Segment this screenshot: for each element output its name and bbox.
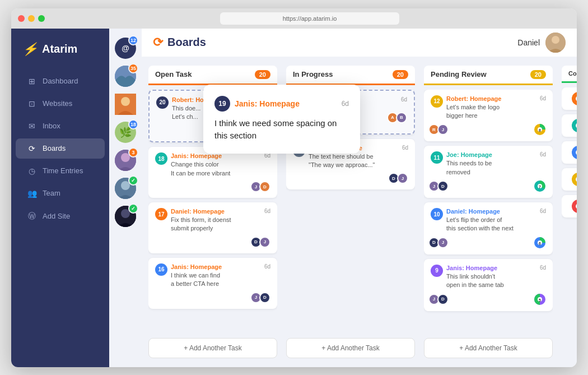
dot-yellow[interactable]	[28, 15, 35, 22]
sidebar-item-team[interactable]: 👥 Team	[16, 183, 105, 203]
table-row[interactable]: 16 Janis: Homepage I think we can finda …	[148, 258, 277, 309]
column-count: 20	[530, 70, 546, 79]
table-row[interactable]: 4	[562, 195, 577, 217]
avatar: D	[259, 181, 270, 192]
task-time: 6d	[540, 95, 546, 101]
table-row[interactable]: 5	[562, 168, 577, 191]
add-task-button-review[interactable]: + Add Another Task	[424, 338, 553, 358]
boards-icon: ⟳	[27, 144, 37, 153]
pie-chart-icon: 7	[571, 118, 577, 133]
browser-dots	[18, 15, 45, 22]
dot-red[interactable]	[18, 15, 25, 22]
task-number: 11	[431, 151, 443, 164]
avatar-item-4[interactable]: 🌿 18	[115, 122, 136, 143]
avatar-item-5[interactable]: 3	[115, 150, 136, 171]
url-bar[interactable]: https://app.atarim.io	[220, 12, 399, 25]
boards-nav-icon: ⟳	[153, 35, 163, 50]
table-row[interactable]: 7	[562, 114, 577, 137]
sidebar-item-add-site[interactable]: Ⓦ Add Site	[16, 206, 105, 227]
popup-time: 6d	[342, 100, 349, 108]
task-avatars: A B	[389, 112, 407, 123]
avatar-item-2[interactable]: 35	[115, 66, 136, 87]
task-number: 20	[156, 96, 169, 109]
dot-green[interactable]	[38, 15, 45, 22]
column-review: Pending Review 20 12 Robert: Ho	[424, 66, 553, 358]
task-number: 12	[431, 95, 443, 108]
avatar-badge: 3	[128, 147, 138, 158]
avatar-badge-check: ✓	[128, 175, 138, 186]
svg-point-11	[552, 36, 559, 44]
column-title: Comple	[568, 70, 577, 77]
task-author: Daniel: Homepage	[171, 208, 231, 215]
sidebar-item-inbox[interactable]: ✉ Inbox	[16, 116, 105, 136]
svg-text:7: 7	[539, 185, 541, 189]
avatar: D	[437, 180, 449, 192]
column-complete: Comple 8	[562, 66, 577, 358]
avatar: J	[437, 124, 449, 135]
svg-text:5: 5	[539, 298, 541, 302]
avatar-column: @ 12 35 🌿 18	[109, 29, 142, 367]
sidebar-item-boards[interactable]: ⟳ Boards	[16, 138, 105, 159]
add-site-icon: Ⓦ	[27, 211, 37, 221]
inbox-icon: ✉	[27, 122, 37, 131]
avatar-item-7[interactable]: ✓	[115, 206, 136, 227]
task-text: I think we can finda better CTA here	[171, 271, 222, 289]
avatar-item-1[interactable]: @ 12	[115, 38, 136, 59]
task-text: This link shouldn'topen in the same tab	[446, 272, 540, 290]
team-icon: 👥	[27, 189, 37, 198]
avatar-badge-check: ✓	[128, 203, 138, 214]
websites-icon: ⊡	[27, 99, 37, 108]
task-author: Janis: Homepage	[171, 152, 230, 159]
avatar: D	[259, 292, 270, 303]
sidebar-item-websites[interactable]: ⊡ Websites	[16, 94, 105, 114]
avatar-item-6[interactable]: ✓	[115, 178, 136, 199]
task-time: 6d	[401, 96, 407, 103]
table-row[interactable]: 12 Robert: Homepage Let's make the logob…	[424, 90, 553, 142]
pie-chart-icon: 5	[534, 293, 546, 305]
task-list-complete: 8 7	[562, 87, 577, 358]
popup-text: I think we need some spacing on this sec…	[214, 117, 349, 142]
table-row[interactable]: 17 Daniel: Homepage Fix this form, it do…	[148, 202, 277, 253]
table-row[interactable]: 10 Daniel: Homepage Let's flip the order…	[424, 202, 553, 254]
task-avatars: D J	[253, 237, 270, 248]
pie-chart-icon: 6	[534, 237, 546, 249]
task-author: Robert: Homepage	[446, 95, 540, 102]
task-time: 6d	[540, 265, 546, 271]
avatar-img	[115, 94, 136, 115]
column-header-review: Pending Review 20	[424, 66, 553, 85]
svg-text:8: 8	[539, 128, 541, 132]
column-header-open: Open Task 20	[148, 66, 277, 85]
avatar: D	[437, 294, 449, 305]
avatar: B	[396, 112, 407, 123]
avatar: J	[259, 237, 270, 248]
task-number: 16	[155, 263, 167, 276]
task-number: 18	[155, 152, 167, 165]
table-row[interactable]: 6	[562, 141, 577, 164]
column-count: 20	[393, 70, 408, 79]
table-row[interactable]: 11 Joe: Homepage This needs to beremoved…	[424, 146, 553, 198]
task-text: Fix this form, it doenstsubmit properly	[171, 216, 231, 233]
browser-toolbar: https://app.atarim.io	[11, 8, 577, 29]
column-title: Pending Review	[431, 70, 487, 78]
user-avatar[interactable]	[545, 33, 566, 53]
table-row[interactable]: 8	[562, 87, 577, 110]
sidebar-item-dashboard[interactable]: ⊞ Dashboard	[16, 71, 105, 91]
avatar: J	[437, 237, 449, 248]
time-icon: ◷	[27, 166, 37, 175]
task-text: This needs to beremoved	[446, 159, 540, 177]
table-row[interactable]: 18 Janis: Homepage Change this colorIt c…	[148, 147, 277, 198]
sidebar-item-label: Dashboard	[43, 77, 78, 85]
column-count: 20	[255, 70, 270, 79]
column-title: In Progress	[293, 70, 333, 78]
sidebar-item-label: Time Entries	[43, 166, 83, 175]
column-header-complete: Comple	[562, 66, 577, 83]
add-task-button-open[interactable]: + Add Another Task	[148, 338, 277, 358]
task-avatars: D J	[431, 237, 449, 248]
pie-chart-icon: 7	[534, 180, 546, 192]
add-task-button-progress[interactable]: + Add Another Task	[286, 338, 415, 358]
sidebar-item-time-entries[interactable]: ◷ Time Entries	[16, 161, 105, 181]
task-time: 6d	[540, 208, 546, 214]
task-text: The text here should be"The way we appro…	[309, 152, 375, 170]
avatar-item-3[interactable]	[115, 94, 136, 115]
table-row[interactable]: 9 Janis: Homepage This link shouldn'tope…	[424, 259, 553, 311]
